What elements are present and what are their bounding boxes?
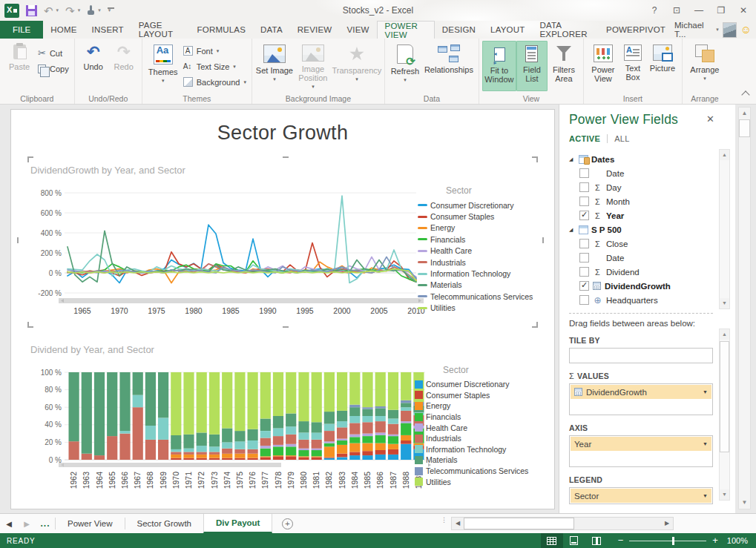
- sheet-nav-right-icon[interactable]: ▶: [18, 514, 36, 533]
- page-layout-view-button[interactable]: [563, 533, 585, 548]
- legend-item-utilities[interactable]: Utilities: [418, 303, 536, 314]
- field-checkbox[interactable]: [579, 182, 589, 192]
- sheet-nav-left-icon[interactable]: ◀: [0, 514, 18, 533]
- touch-mode-dropdown-icon[interactable]: ▾: [98, 7, 101, 13]
- field-checkbox[interactable]: [579, 295, 589, 305]
- tab-view[interactable]: VIEW: [339, 21, 376, 39]
- tab-data-explorer[interactable]: DATA EXPLORER: [532, 21, 599, 39]
- legend-item-financials[interactable]: Financials: [418, 234, 536, 245]
- redo-dropdown-icon[interactable]: ▾: [78, 7, 81, 13]
- normal-view-button[interactable]: [541, 533, 563, 548]
- expander-icon[interactable]: ◢: [569, 227, 576, 233]
- sheet-tab-power-view[interactable]: Power View: [56, 514, 125, 533]
- stacked-bar-chart[interactable]: 100 %80 %60 %40 %20 %0 %1962196319641965…: [29, 365, 433, 507]
- redo-button[interactable]: ↷ Redo: [109, 41, 139, 91]
- relationships-button[interactable]: Relationships: [422, 41, 476, 91]
- zoom-level[interactable]: 100%: [727, 536, 748, 545]
- scroll-up-icon[interactable]: ▲: [720, 329, 729, 340]
- tab-formulas[interactable]: FORMULAS: [190, 21, 254, 39]
- close-icon[interactable]: ✕: [732, 0, 755, 21]
- save-icon[interactable]: [26, 5, 37, 16]
- excel-app-icon[interactable]: [4, 4, 19, 18]
- expander-icon[interactable]: ◢: [569, 156, 576, 162]
- undo-button[interactable]: ↶ Undo: [78, 41, 109, 91]
- scroll-down-icon[interactable]: ▼: [720, 489, 729, 500]
- bar-chart-tile[interactable]: Dividend by Year, and Sector 100 %80 %60…: [29, 335, 536, 507]
- field-checkbox[interactable]: [579, 211, 589, 220]
- font-button[interactable]: Font▾: [181, 44, 249, 57]
- field-checkbox[interactable]: [579, 253, 589, 263]
- field-chip-year[interactable]: Year▼: [571, 437, 711, 451]
- field-list-button[interactable]: Field List: [516, 41, 548, 91]
- collapse-ribbon-icon[interactable]: [741, 90, 749, 99]
- redo-icon[interactable]: ↷: [65, 5, 75, 16]
- avatar[interactable]: [723, 22, 737, 38]
- field-row-day[interactable]: ΣDay: [569, 180, 713, 194]
- legend-item-telecommunications-services[interactable]: Telecommunications Services: [418, 291, 536, 302]
- chevron-down-icon[interactable]: ▼: [703, 389, 708, 395]
- chevron-down-icon[interactable]: ▾: [716, 27, 719, 33]
- field-checkbox[interactable]: [579, 168, 589, 178]
- scroll-down-icon[interactable]: ▼: [720, 298, 729, 308]
- customize-qat-icon[interactable]: [108, 7, 115, 14]
- scroll-up-icon[interactable]: ▲: [720, 150, 729, 160]
- horizontal-scrollbar[interactable]: ◀ ▶: [451, 517, 674, 530]
- picture-button[interactable]: Picture: [646, 41, 679, 91]
- themes-button[interactable]: Themes ▾: [145, 41, 181, 91]
- background-button[interactable]: Background▾: [181, 76, 249, 88]
- legend-item-financials[interactable]: Financials: [415, 412, 533, 423]
- tab-data[interactable]: DATA: [253, 21, 290, 39]
- set-image-button[interactable]: Set Image ▾: [255, 41, 294, 91]
- legend-item-materials[interactable]: Materials: [418, 280, 536, 291]
- new-sheet-button[interactable]: +: [272, 514, 302, 533]
- user-name[interactable]: Michael T...: [674, 21, 712, 39]
- tab-all[interactable]: ALL: [614, 134, 629, 143]
- legend-dropzone[interactable]: Sector▼: [569, 487, 713, 504]
- field-row-year[interactable]: ΣYear: [569, 208, 713, 222]
- field-chip-sector[interactable]: Sector▼: [571, 489, 711, 503]
- legend-item-information-technology[interactable]: Information Technology: [418, 268, 536, 279]
- chevron-down-icon[interactable]: ▼: [703, 493, 708, 498]
- drag-areas-scrollbar[interactable]: ▲ ▼: [719, 329, 730, 501]
- legend-item-materials[interactable]: Materials: [415, 455, 533, 466]
- field-row-dividend[interactable]: ΣDividend: [569, 265, 713, 279]
- transparency-button[interactable]: ★ Transparency ▾: [332, 41, 381, 91]
- power-view-canvas[interactable]: Sector Growth DividendGrowth by Year, an…: [10, 109, 555, 509]
- tab-home[interactable]: HOME: [43, 21, 84, 39]
- tab-page-layout[interactable]: PAGE LAYOUT: [131, 21, 190, 39]
- sheet-tab-sector-growth[interactable]: Sector Growth: [125, 514, 204, 533]
- field-row-dividendgrowth[interactable]: DividendGrowth: [569, 279, 713, 293]
- selection-handle[interactable]: [27, 156, 33, 162]
- tab-insert[interactable]: INSERT: [85, 21, 131, 39]
- cut-button[interactable]: ✂ Cut: [36, 47, 71, 59]
- legend-item-utilities[interactable]: Utilities: [415, 476, 533, 487]
- zoom-slider[interactable]: [629, 541, 706, 541]
- zoom-out-icon[interactable]: −: [618, 534, 624, 547]
- legend-item-consumer-discretionary[interactable]: Consumer Discretionary: [418, 199, 536, 211]
- ribbon-display-options-icon[interactable]: ⊡: [665, 0, 688, 21]
- fields-tree-scrollbar[interactable]: ▲ ▼: [719, 149, 730, 309]
- paste-button[interactable]: Paste: [3, 41, 36, 91]
- zoom-slider-handle[interactable]: [672, 537, 674, 545]
- legend-item-consumer-staples[interactable]: Consumer Staples: [418, 211, 536, 222]
- field-checkbox[interactable]: [579, 281, 589, 291]
- sheet-tab-div-payout[interactable]: Div Payout: [203, 514, 272, 533]
- axis-dropzone[interactable]: Year▼: [569, 435, 713, 467]
- tile-by-dropzone[interactable]: [569, 348, 713, 363]
- field-checkbox[interactable]: [579, 267, 589, 277]
- legend-item-consumer-discretionary[interactable]: Consumer Discretionary: [415, 379, 533, 390]
- undo-icon[interactable]: ↶: [44, 5, 53, 16]
- sheet-overflow-button[interactable]: ...: [36, 514, 55, 533]
- report-title[interactable]: Sector Growth: [11, 122, 554, 145]
- field-chip-dividendgrowth[interactable]: DividendGrowth▼: [571, 385, 711, 399]
- touch-mode-icon[interactable]: [87, 5, 95, 16]
- feedback-smiley-icon[interactable]: ☺: [740, 22, 752, 37]
- field-table-s-p-500[interactable]: ◢S P 500: [569, 222, 713, 237]
- help-icon[interactable]: ?: [643, 0, 665, 21]
- tab-design[interactable]: DESIGN: [435, 21, 483, 39]
- tab-split-handle[interactable]: ⋮: [441, 518, 447, 522]
- field-row-month[interactable]: ΣMonth: [569, 194, 713, 208]
- field-row-close[interactable]: ΣClose: [569, 237, 713, 251]
- legend-item-energy[interactable]: Energy: [418, 222, 536, 234]
- scroll-left-icon[interactable]: ◀: [452, 518, 464, 529]
